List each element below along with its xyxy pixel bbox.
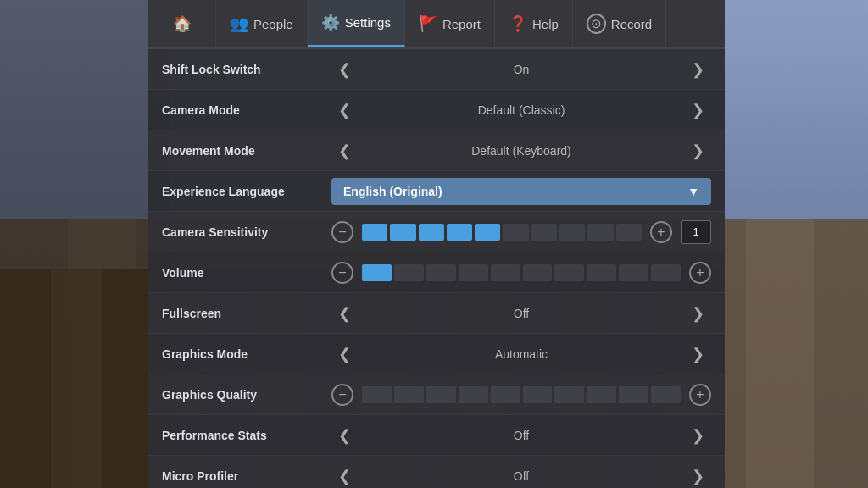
slider-block-1[interactable]: [390, 224, 415, 241]
setting-label-camera-sensitivity: Camera Sensitivity: [162, 225, 331, 239]
setting-row-micro-profiler: Micro Profiler❮Off❯: [148, 456, 725, 488]
nav-settings-label: Settings: [345, 15, 391, 30]
arrow-left-movement-mode[interactable]: ❮: [331, 138, 358, 164]
setting-label-experience-language: Experience Language: [162, 185, 331, 198]
slider-plus-volume[interactable]: +: [689, 262, 711, 284]
setting-row-camera-sensitivity: Camera Sensitivity−+: [148, 212, 725, 252]
setting-value-fullscreen: Off: [366, 307, 676, 320]
slider-block-4[interactable]: [491, 264, 520, 281]
slider-block-5[interactable]: [523, 386, 553, 403]
slider-block-2[interactable]: [426, 386, 456, 403]
setting-row-volume: Volume−+: [148, 252, 725, 293]
slider-minus-camera-sensitivity[interactable]: −: [331, 221, 353, 243]
nav-bar: 🏠 👥 People ⚙️ Settings 🚩 Report ❓ Help ⊙…: [148, 0, 725, 49]
slider-block-0[interactable]: [362, 224, 387, 241]
people-icon: 👥: [230, 14, 248, 33]
home-icon: 🏠: [173, 14, 192, 33]
slider-minus-volume[interactable]: −: [331, 262, 353, 284]
slider-block-3[interactable]: [447, 224, 472, 241]
slider-block-7[interactable]: [587, 264, 616, 281]
record-icon: ⊙: [587, 14, 606, 34]
arrow-left-fullscreen[interactable]: ❮: [331, 301, 358, 326]
setting-label-volume: Volume: [162, 266, 331, 280]
slider-block-0[interactable]: [362, 264, 392, 281]
slider-block-9[interactable]: [651, 264, 681, 281]
setting-row-fullscreen: Fullscreen❮Off❯: [148, 293, 725, 334]
slider-block-6[interactable]: [554, 386, 584, 403]
arrow-left-micro-profiler[interactable]: ❮: [331, 463, 358, 489]
slider-block-7[interactable]: [587, 386, 616, 403]
setting-label-movement-mode: Movement Mode: [162, 144, 331, 158]
slider-number-camera-sensitivity[interactable]: [681, 220, 711, 244]
slider-block-7[interactable]: [559, 224, 585, 241]
slider-block-0[interactable]: [362, 386, 392, 403]
slider-minus-graphics-quality[interactable]: −: [331, 384, 353, 406]
nav-home[interactable]: 🏠: [148, 0, 216, 47]
slider-block-1[interactable]: [394, 386, 424, 403]
setting-row-graphics-quality: Graphics Quality−+: [148, 374, 725, 415]
slider-block-8[interactable]: [619, 386, 648, 403]
slider-plus-graphics-quality[interactable]: +: [689, 384, 711, 406]
setting-value-performance-stats: Off: [366, 429, 676, 442]
nav-report-label: Report: [442, 17, 481, 31]
setting-row-performance-stats: Performance Stats❮Off❯: [148, 415, 725, 456]
nav-help[interactable]: ❓ Help: [495, 0, 573, 47]
left-overlay: [0, 0, 170, 488]
setting-label-graphics-mode: Graphics Mode: [162, 347, 331, 361]
setting-label-graphics-quality: Graphics Quality: [162, 388, 331, 402]
arrow-right-movement-mode[interactable]: ❯: [685, 138, 711, 164]
menu-panel: 🏠 👥 People ⚙️ Settings 🚩 Report ❓ Help ⊙…: [148, 0, 725, 488]
slider-block-4[interactable]: [475, 224, 500, 241]
arrow-right-performance-stats[interactable]: ❯: [685, 423, 711, 448]
slider-block-2[interactable]: [419, 224, 444, 241]
nav-help-label: Help: [532, 17, 559, 31]
arrow-right-fullscreen[interactable]: ❯: [685, 301, 711, 326]
slider-blocks-camera-sensitivity[interactable]: [362, 224, 642, 241]
arrow-left-camera-mode[interactable]: ❮: [331, 97, 358, 123]
slider-block-3[interactable]: [459, 264, 488, 281]
slider-block-6[interactable]: [531, 224, 557, 241]
slider-block-1[interactable]: [394, 264, 424, 281]
arrow-right-camera-mode[interactable]: ❯: [685, 97, 711, 123]
setting-label-camera-mode: Camera Mode: [162, 103, 331, 117]
arrow-left-performance-stats[interactable]: ❮: [331, 423, 358, 448]
setting-row-experience-language: Experience LanguageEnglish (Original)▼: [148, 171, 725, 212]
setting-value-movement-mode: Default (Keyboard): [366, 144, 676, 158]
slider-block-9[interactable]: [616, 224, 642, 241]
setting-row-shift-lock-switch: Shift Lock Switch❮On❯: [148, 49, 725, 90]
nav-people[interactable]: 👥 People: [216, 0, 308, 47]
slider-block-8[interactable]: [587, 224, 613, 241]
setting-row-camera-mode: Camera Mode❮Default (Classic)❯: [148, 90, 725, 130]
arrow-right-micro-profiler[interactable]: ❯: [685, 463, 711, 489]
setting-row-graphics-mode: Graphics Mode❮Automatic❯: [148, 334, 725, 374]
nav-record[interactable]: ⊙ Record: [573, 0, 666, 47]
nav-people-label: People: [253, 17, 293, 31]
slider-block-4[interactable]: [491, 386, 520, 403]
dropdown-arrow-icon: ▼: [687, 185, 699, 198]
slider-block-3[interactable]: [459, 386, 488, 403]
slider-block-6[interactable]: [554, 264, 584, 281]
arrow-left-shift-lock-switch[interactable]: ❮: [331, 57, 358, 82]
nav-report[interactable]: 🚩 Report: [405, 0, 495, 47]
slider-block-8[interactable]: [619, 264, 648, 281]
setting-value-camera-mode: Default (Classic): [366, 103, 676, 117]
slider-block-2[interactable]: [426, 264, 456, 281]
dropdown-experience-language[interactable]: English (Original)▼: [331, 178, 711, 205]
slider-block-5[interactable]: [503, 224, 528, 241]
nav-record-label: Record: [611, 17, 652, 31]
arrow-left-graphics-mode[interactable]: ❮: [331, 341, 358, 367]
dropdown-value-experience-language: English (Original): [343, 185, 442, 198]
arrow-right-shift-lock-switch[interactable]: ❯: [685, 57, 711, 82]
arrow-right-graphics-mode[interactable]: ❯: [685, 341, 711, 367]
slider-plus-camera-sensitivity[interactable]: +: [650, 221, 672, 243]
setting-label-micro-profiler: Micro Profiler: [162, 469, 331, 483]
slider-block-9[interactable]: [651, 386, 681, 403]
settings-content: Shift Lock Switch❮On❯Camera Mode❮Default…: [148, 49, 725, 488]
slider-blocks-volume[interactable]: [362, 264, 681, 281]
nav-settings[interactable]: ⚙️ Settings: [308, 0, 405, 47]
setting-label-fullscreen: Fullscreen: [162, 307, 331, 320]
report-icon: 🚩: [419, 14, 437, 33]
slider-blocks-graphics-quality[interactable]: [362, 386, 681, 403]
slider-block-5[interactable]: [523, 264, 553, 281]
setting-value-micro-profiler: Off: [366, 469, 676, 483]
